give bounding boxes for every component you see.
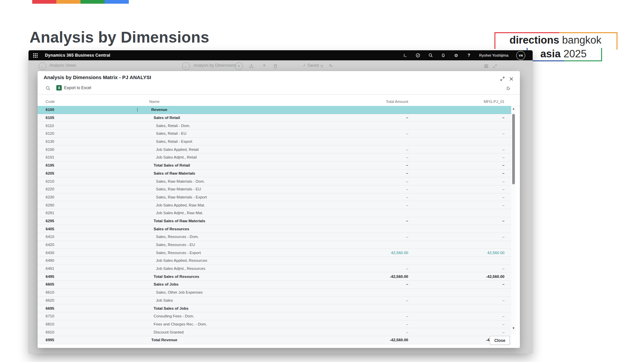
table-row[interactable]: 6620Job Sales–– <box>38 297 511 305</box>
cell-mfg-pj01[interactable]: – <box>502 201 504 209</box>
cell-name: Sales of Jobs <box>154 281 178 288</box>
accent-bar <box>105 0 129 4</box>
cell-name: Job Sales Applied, Resources <box>156 257 207 264</box>
cell-total-amount[interactable]: – <box>406 154 408 161</box>
table-row[interactable]: 6230Sales, Raw Materials - Export–– <box>38 193 511 201</box>
cell-mfg-pj01: – <box>502 162 504 169</box>
column-header-mfg-pj01[interactable]: MFG-PJ_01 <box>484 100 504 104</box>
table-row[interactable]: 6430Sales, Resources - Export42,560.0042… <box>38 249 511 257</box>
cell-total-amount[interactable]: 42,560.00 <box>391 249 408 256</box>
table-row[interactable]: 6695Total Sales of Jobs <box>38 304 511 312</box>
cell-mfg-pj01[interactable]: – <box>502 177 504 185</box>
table-row[interactable]: 6195Total Sales of Retail–– <box>38 162 511 170</box>
cell-total-amount: – <box>406 162 408 169</box>
table-row[interactable]: 6495Total Sales of Resources-42,560.00-4… <box>38 273 511 281</box>
tasks-icon[interactable] <box>402 53 408 58</box>
resize-icon[interactable] <box>500 76 505 81</box>
cell-total-amount[interactable]: – <box>406 185 408 193</box>
cell-name: Job Sales Applied, Retail <box>156 145 199 153</box>
close-button[interactable]: Close <box>490 336 510 345</box>
cell-total-amount[interactable]: – <box>406 265 408 273</box>
table-row[interactable]: 6810Fees and Charges Rec. - Dom.–– <box>38 320 511 328</box>
cell-total-amount[interactable]: – <box>406 320 408 328</box>
cell-total-amount[interactable]: – <box>406 193 408 201</box>
copilot-icon[interactable] <box>415 53 420 58</box>
table-row[interactable]: 6191Job Sales Adjmt., Retail–– <box>38 154 511 162</box>
table-row[interactable]: 6610Sales, Other Job Expenses <box>38 289 511 297</box>
search-icon[interactable] <box>428 53 433 58</box>
avatar[interactable]: YR <box>516 51 525 60</box>
table-row[interactable]: 6490Job Sales Applied, Resources <box>38 257 511 265</box>
cell-total-amount[interactable]: – <box>406 297 408 304</box>
cell-total-amount[interactable]: – <box>406 145 408 153</box>
table-row[interactable]: 6190Job Sales Applied, Retail–– <box>38 145 511 154</box>
user-name[interactable]: Ryohei Yoshijima <box>479 53 508 57</box>
column-header-name[interactable]: Name <box>149 100 160 104</box>
vertical-scrollbar: ▲ ▼ <box>511 106 516 334</box>
cell-code: 6210 <box>46 177 54 185</box>
cell-total-amount[interactable]: – <box>406 201 408 209</box>
column-header-code[interactable]: Code <box>46 100 55 104</box>
cell-mfg-pj01[interactable]: – <box>502 130 504 137</box>
table-row[interactable]: 6100Revenue⋮ <box>38 106 511 114</box>
table-row[interactable]: 6405Sales of Resources <box>38 225 511 233</box>
cell-total-amount: -42,560.00 <box>390 273 408 280</box>
table-row[interactable]: 6420Sales, Resources - EU <box>38 241 511 249</box>
pin-icon[interactable] <box>506 86 511 92</box>
app-titlebar: Dynamics 365 Business Central ⚙ ? Ryohei… <box>29 50 533 60</box>
cell-mfg-pj01[interactable]: – <box>502 328 504 336</box>
cell-total-amount[interactable]: – <box>406 312 408 320</box>
cell-mfg-pj01[interactable]: 42,560.00 <box>487 249 504 256</box>
table-row[interactable]: 6910Discount Granted–– <box>38 328 511 336</box>
table-row[interactable]: 6220Sales, Raw Materials - EU–– <box>38 185 511 193</box>
cell-mfg-pj01[interactable]: – <box>502 312 504 320</box>
close-icon[interactable] <box>508 76 514 81</box>
cell-mfg-pj01[interactable]: – <box>502 320 504 328</box>
grid-rows: 6100Revenue⋮6105Sales of Retail––6110Sal… <box>38 106 511 344</box>
table-row[interactable]: 6410Sales, Resources - Dom.–– <box>38 233 511 241</box>
help-icon[interactable]: ? <box>466 53 471 58</box>
table-row[interactable]: 6491Job Sales Adjmt., Resources–– <box>38 265 511 273</box>
cell-total-amount[interactable]: – <box>406 177 408 185</box>
cell-name: Sales, Resources - Export <box>156 249 201 256</box>
scroll-up-icon[interactable]: ▲ <box>511 107 516 110</box>
table-row[interactable]: 6130Sales, Retail - Export <box>38 138 511 146</box>
table-row[interactable]: 6291Job Sales Adjmt., Raw Mat. <box>38 209 511 217</box>
cell-mfg-pj01[interactable]: – <box>502 145 504 153</box>
cell-total-amount[interactable]: – <box>406 130 408 137</box>
table-row[interactable]: 6290Job Sales Applied, Raw Mat.–– <box>38 201 511 209</box>
cell-mfg-pj01[interactable]: – <box>502 193 504 201</box>
search-icon[interactable] <box>46 86 51 92</box>
cell-code: 6195 <box>46 162 54 169</box>
table-row[interactable]: 6995Total Revenue-42,560.00-42,560.00 <box>38 336 511 344</box>
cell-mfg-pj01: – <box>502 170 504 177</box>
table-row[interactable]: 6605Sales of Jobs–– <box>38 281 511 289</box>
settings-icon[interactable]: ⚙ <box>453 53 459 58</box>
scroll-down-icon[interactable]: ▼ <box>511 326 516 330</box>
cell-mfg-pj01[interactable]: – <box>502 154 504 161</box>
dialog-toolbar: X Export to Excel <box>38 83 520 95</box>
cell-name: Sales of Resources <box>154 225 189 233</box>
cell-total-amount[interactable]: – <box>406 233 408 241</box>
waffle-icon[interactable] <box>33 53 38 58</box>
table-row[interactable]: 6110Sales, Retail - Dom. <box>38 122 511 130</box>
kebab-icon[interactable]: ⋮ <box>136 106 140 114</box>
cell-code: 6620 <box>46 297 54 304</box>
table-row[interactable]: 6295Total Sales of Raw Materials–– <box>38 217 511 225</box>
table-row[interactable]: 6710Consulting Fees - Dom.–– <box>38 312 511 320</box>
cell-code: 6605 <box>46 281 54 288</box>
back-arrow-icon: ← <box>182 62 190 70</box>
cell-total-amount[interactable]: – <box>406 328 408 336</box>
table-row[interactable]: 6105Sales of Retail–– <box>38 114 511 122</box>
table-row[interactable]: 6120Sales, Retail - EU–– <box>38 130 511 138</box>
table-row[interactable]: 6205Sales of Raw Materials–– <box>38 170 511 178</box>
cell-mfg-pj01[interactable]: – <box>502 233 504 241</box>
export-to-excel-button[interactable]: X Export to Excel <box>56 85 91 90</box>
cell-mfg-pj01[interactable]: – <box>502 297 504 304</box>
notifications-icon[interactable] <box>441 53 446 58</box>
column-header-total-amount[interactable]: Total Amount <box>386 100 408 104</box>
scrollbar-thumb[interactable] <box>512 114 515 184</box>
cell-mfg-pj01[interactable]: – <box>502 185 504 193</box>
table-row[interactable]: 6210Sales, Raw Materials - Dom.–– <box>38 177 511 185</box>
cell-mfg-pj01[interactable]: – <box>502 265 504 273</box>
